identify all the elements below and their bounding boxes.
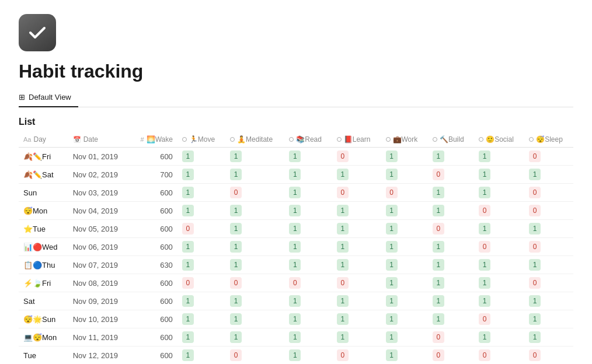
badge-work: 1: [386, 169, 398, 180]
cell-work: 1: [381, 328, 428, 346]
cell-wake: 700: [130, 166, 177, 184]
cell-meditate: 1: [225, 310, 284, 328]
cell-move: 1: [177, 310, 225, 328]
cell-move: 0: [177, 274, 225, 292]
badge-social: 0: [479, 205, 490, 216]
cell-wake: 600: [130, 238, 177, 256]
badge-sleep: 0: [529, 205, 541, 216]
cell-build: 1: [428, 274, 474, 292]
cell-meditate: 1: [225, 202, 284, 220]
cell-social: 1: [474, 220, 524, 238]
cell-social: 1: [474, 292, 524, 310]
badge-build: 0: [433, 223, 444, 235]
cell-date: Nov 02, 2019: [68, 166, 130, 184]
cell-wake: 600: [130, 184, 177, 202]
badge-move: 1: [182, 205, 194, 216]
badge-learn: 0: [337, 277, 349, 289]
habits-table: Aa Day 📅 Date # 🌅Wake: [19, 132, 573, 364]
table-row: 😴🌟SunNov 10, 201960011111101: [19, 310, 573, 328]
cell-build: 1: [428, 310, 474, 328]
cell-wake: 600: [130, 220, 177, 238]
badge-meditate: 1: [230, 259, 242, 271]
cell-wake: 630: [130, 256, 177, 274]
cell-move: 1: [177, 166, 225, 184]
cell-work: 1: [381, 238, 428, 256]
cell-date: Nov 08, 2019: [68, 274, 130, 292]
cell-read: 1: [284, 220, 332, 238]
badge-learn: 1: [337, 331, 349, 343]
cell-move: 1: [177, 292, 225, 310]
cell-meditate: 1: [225, 292, 284, 310]
badge-work: 1: [386, 313, 398, 325]
cell-social: 1: [474, 166, 524, 184]
badge-build: 1: [433, 187, 444, 198]
badge-move: 1: [182, 313, 194, 325]
badge-read: 1: [289, 241, 301, 253]
cell-work: 1: [381, 220, 428, 238]
cell-date: Nov 07, 2019: [68, 256, 130, 274]
cell-sleep: 1: [524, 256, 573, 274]
badge-move: 1: [182, 331, 194, 343]
table-row: 😴MonNov 04, 201960011111100: [19, 202, 573, 220]
badge-social: 1: [479, 187, 490, 198]
cell-read: 1: [284, 166, 332, 184]
badge-build: 1: [433, 313, 444, 325]
cell-day: 💻😴Mon: [19, 328, 68, 346]
badge-work: 1: [386, 331, 398, 343]
cell-meditate: 0: [225, 346, 284, 365]
cal-icon: 📅: [73, 136, 81, 144]
badge-work: 1: [386, 223, 398, 235]
cell-build: 0: [428, 220, 474, 238]
cell-build: 0: [428, 346, 474, 365]
cell-learn: 1: [332, 292, 381, 310]
cell-build: 1: [428, 256, 474, 274]
badge-build: 1: [433, 241, 444, 253]
cell-sleep: 0: [524, 184, 573, 202]
cell-work: 1: [381, 202, 428, 220]
table-row: TueNov 12, 201960010101000: [19, 346, 573, 365]
badge-meditate: 1: [230, 295, 242, 307]
cell-build: 1: [428, 292, 474, 310]
cell-build: 1: [428, 184, 474, 202]
badge-move: 1: [182, 259, 194, 271]
badge-work: 1: [386, 241, 398, 253]
cell-learn: 1: [332, 166, 381, 184]
badge-social: 1: [479, 277, 490, 289]
badge-read: 1: [289, 331, 301, 343]
cell-day: 📋🔵Thu: [19, 256, 68, 274]
cell-social: 0: [474, 346, 524, 365]
col-header-social: 🙂Social: [474, 132, 524, 148]
badge-learn: 1: [337, 169, 349, 180]
cell-social: 1: [474, 274, 524, 292]
cell-build: 0: [428, 328, 474, 346]
table-row: 🍂✏️FriNov 01, 201960011101110: [19, 148, 573, 166]
badge-sleep: 1: [529, 259, 541, 271]
cell-learn: 1: [332, 220, 381, 238]
section-header: List: [19, 117, 573, 127]
badge-social: 1: [479, 259, 490, 271]
badge-social: 1: [479, 295, 490, 307]
badge-sleep: 0: [529, 187, 541, 198]
cell-work: 1: [381, 256, 428, 274]
cell-build: 1: [428, 148, 474, 166]
table-icon: ⊞: [19, 93, 25, 102]
dot-icon-learn: [337, 137, 342, 142]
badge-build: 1: [433, 295, 444, 307]
badge-work: 1: [386, 150, 398, 162]
cell-social: 1: [474, 148, 524, 166]
cell-wake: 600: [130, 328, 177, 346]
badge-meditate: 1: [230, 331, 242, 343]
table-row: 📋🔵ThuNov 07, 201963011111111: [19, 256, 573, 274]
badge-meditate: 1: [230, 169, 242, 180]
badge-build: 1: [433, 150, 444, 162]
cell-social: 1: [474, 328, 524, 346]
cell-read: 1: [284, 346, 332, 365]
badge-sleep: 1: [529, 313, 541, 325]
default-view-tab[interactable]: ⊞ Default View: [19, 89, 78, 107]
table-row: SatNov 09, 201960011111111: [19, 292, 573, 310]
cell-date: Nov 01, 2019: [68, 148, 130, 166]
cell-learn: 0: [332, 346, 381, 365]
cell-social: 1: [474, 184, 524, 202]
badge-build: 0: [433, 331, 444, 343]
cell-sleep: 1: [524, 220, 573, 238]
